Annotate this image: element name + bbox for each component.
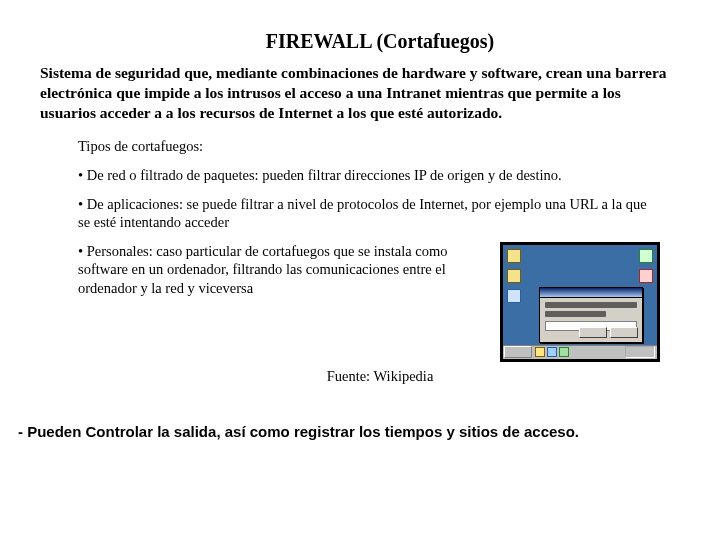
dialog-window: [539, 287, 643, 343]
types-heading: Tipos de cortafuegos:: [78, 137, 660, 156]
dialog-ok-button: [579, 327, 607, 338]
firewall-screenshot: [500, 242, 660, 362]
source-line: Fuente: Wikipedia: [0, 368, 720, 385]
types-section: Tipos de cortafuegos: • De red o filtrad…: [78, 137, 660, 361]
taskbar-clock: [625, 346, 655, 358]
start-button: [504, 346, 532, 358]
footer-note: - Pueden Controlar la salida, así como r…: [18, 423, 702, 440]
taskbar: [503, 345, 657, 359]
page-title: FIREWALL (Cortafuegos): [0, 30, 720, 53]
type-item: • De aplicaciones: se puede filtrar a ni…: [78, 195, 660, 232]
intro-paragraph: Sistema de seguridad que, mediante combi…: [40, 63, 680, 123]
type-item: • Personales: caso particular de cortafu…: [78, 242, 500, 298]
type-item: • De red o filtrado de paquetes: pueden …: [78, 166, 660, 185]
dialog-cancel-button: [610, 327, 638, 338]
